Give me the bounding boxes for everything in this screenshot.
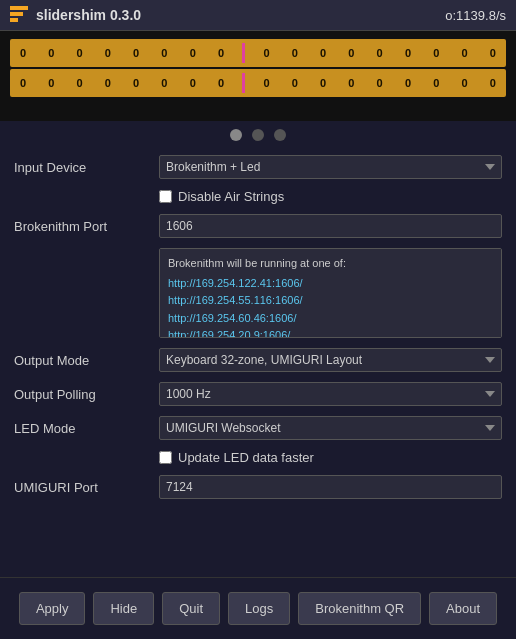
viz-cell: 0 xyxy=(101,47,115,59)
update-led-faster-row: Update LED data faster xyxy=(14,450,502,465)
viz-cell: 0 xyxy=(458,77,472,89)
viz-cell: 0 xyxy=(16,77,30,89)
logs-button[interactable]: Logs xyxy=(228,592,290,625)
update-led-faster-label: Update LED data faster xyxy=(178,450,314,465)
viz-row-2: 00000000000000000 xyxy=(10,69,506,97)
umiguri-port-input[interactable] xyxy=(159,475,502,499)
brokenithm-port-label: Brokenithm Port xyxy=(14,219,159,234)
viz-cell: 0 xyxy=(401,47,415,59)
output-mode-row: Output Mode Keyboard 32-zone, UMIGURI La… xyxy=(14,348,502,372)
viz-cell: 0 xyxy=(429,77,443,89)
info-line: http://169.254.60.46:1606/ xyxy=(168,310,493,328)
viz-cell: 0 xyxy=(129,47,143,59)
viz-cell: 0 xyxy=(486,47,500,59)
umiguri-port-row: UMIGURI Port xyxy=(14,475,502,499)
viz-cell: 0 xyxy=(260,77,274,89)
output-mode-select[interactable]: Keyboard 32-zone, UMIGURI Layout Keyboar… xyxy=(159,348,502,372)
viz-cell: 0 xyxy=(486,77,500,89)
input-device-row: Input Device Brokenithm + Led Keyboard N… xyxy=(14,155,502,179)
input-device-control: Brokenithm + Led Keyboard None xyxy=(159,155,502,179)
rate-display: o:1139.8/s xyxy=(445,8,506,23)
viz-cell: 0 xyxy=(44,47,58,59)
info-line: http://169.254.122.41:1606/ xyxy=(168,275,493,293)
output-polling-label: Output Polling xyxy=(14,387,159,402)
viz-cell: 0 xyxy=(157,77,171,89)
led-mode-label: LED Mode xyxy=(14,421,159,436)
viz-cell: 0 xyxy=(157,47,171,59)
viz-cell: 0 xyxy=(44,77,58,89)
viz-cell: 0 xyxy=(373,47,387,59)
app-title: slidershim 0.3.0 xyxy=(36,7,141,23)
icon-bar-2 xyxy=(10,12,23,16)
viz-cell: 0 xyxy=(288,77,302,89)
app-icon xyxy=(10,6,28,24)
info-box-container: Brokenithm will be running at one of: ht… xyxy=(159,248,502,338)
viz-cell: 0 xyxy=(316,77,330,89)
viz-divider xyxy=(242,43,245,63)
viz-cell: 0 xyxy=(401,77,415,89)
viz-cell: 0 xyxy=(429,47,443,59)
viz-cell: 0 xyxy=(458,47,472,59)
viz-cell: 0 xyxy=(344,77,358,89)
disable-air-strings-row: Disable Air Strings xyxy=(14,189,502,204)
button-bar: Apply Hide Quit Logs Brokenithm QR About xyxy=(0,577,516,639)
apply-button[interactable]: Apply xyxy=(19,592,86,625)
visualizer: 00000000000000000 00000000000000000 xyxy=(0,31,516,121)
input-device-select[interactable]: Brokenithm + Led Keyboard None xyxy=(159,155,502,179)
dot-3[interactable] xyxy=(274,129,286,141)
info-line: http://169.254.55.116:1606/ xyxy=(168,292,493,310)
icon-bar-1 xyxy=(10,6,28,10)
app-window: slidershim 0.3.0 o:1139.8/s 000000000000… xyxy=(0,0,516,639)
about-button[interactable]: About xyxy=(429,592,497,625)
info-header: Brokenithm will be running at one of: xyxy=(168,255,493,273)
viz-cell: 0 xyxy=(214,77,228,89)
viz-row-1: 00000000000000000 xyxy=(10,39,506,67)
output-polling-row: Output Polling 1000 Hz 500 Hz 250 Hz xyxy=(14,382,502,406)
umiguri-port-label: UMIGURI Port xyxy=(14,480,159,495)
info-spacer xyxy=(14,248,159,252)
viz-cell: 0 xyxy=(16,47,30,59)
info-lines: http://169.254.122.41:1606/http://169.25… xyxy=(168,275,493,338)
viz-cell: 0 xyxy=(288,47,302,59)
viz-divider xyxy=(242,73,245,93)
viz-cell: 0 xyxy=(129,77,143,89)
dot-1[interactable] xyxy=(230,129,242,141)
output-polling-control: 1000 Hz 500 Hz 250 Hz xyxy=(159,382,502,406)
brokenithm-port-row: Brokenithm Port xyxy=(14,214,502,238)
led-mode-row: LED Mode UMIGURI Websocket None xyxy=(14,416,502,440)
brokenithm-port-control xyxy=(159,214,502,238)
viz-cell: 0 xyxy=(73,47,87,59)
output-polling-select[interactable]: 1000 Hz 500 Hz 250 Hz xyxy=(159,382,502,406)
disable-air-strings-checkbox[interactable] xyxy=(159,190,172,203)
input-device-label: Input Device xyxy=(14,160,159,175)
viz-cell: 0 xyxy=(214,47,228,59)
icon-bar-3 xyxy=(10,18,18,22)
info-row: Brokenithm will be running at one of: ht… xyxy=(14,248,502,338)
viz-cell: 0 xyxy=(344,47,358,59)
hide-button[interactable]: Hide xyxy=(93,592,154,625)
led-mode-select[interactable]: UMIGURI Websocket None xyxy=(159,416,502,440)
umiguri-port-control xyxy=(159,475,502,499)
title-bar: slidershim 0.3.0 o:1139.8/s xyxy=(0,0,516,31)
disable-air-strings-label: Disable Air Strings xyxy=(178,189,284,204)
info-box[interactable]: Brokenithm will be running at one of: ht… xyxy=(159,248,502,338)
viz-cell: 0 xyxy=(73,77,87,89)
dot-2[interactable] xyxy=(252,129,264,141)
title-bar-left: slidershim 0.3.0 xyxy=(10,6,141,24)
output-mode-control: Keyboard 32-zone, UMIGURI Layout Keyboar… xyxy=(159,348,502,372)
dots-navigation xyxy=(0,121,516,147)
viz-cell: 0 xyxy=(316,47,330,59)
quit-button[interactable]: Quit xyxy=(162,592,220,625)
brokenithm-port-input[interactable] xyxy=(159,214,502,238)
info-line: http://169.254.20.9:1606/ xyxy=(168,327,493,338)
output-mode-label: Output Mode xyxy=(14,353,159,368)
viz-cell: 0 xyxy=(373,77,387,89)
brokenithm-qr-button[interactable]: Brokenithm QR xyxy=(298,592,421,625)
update-led-faster-checkbox[interactable] xyxy=(159,451,172,464)
led-mode-control: UMIGURI Websocket None xyxy=(159,416,502,440)
viz-cell: 0 xyxy=(186,47,200,59)
main-form: Input Device Brokenithm + Led Keyboard N… xyxy=(0,147,516,517)
viz-cell: 0 xyxy=(186,77,200,89)
viz-cell: 0 xyxy=(260,47,274,59)
viz-cell: 0 xyxy=(101,77,115,89)
